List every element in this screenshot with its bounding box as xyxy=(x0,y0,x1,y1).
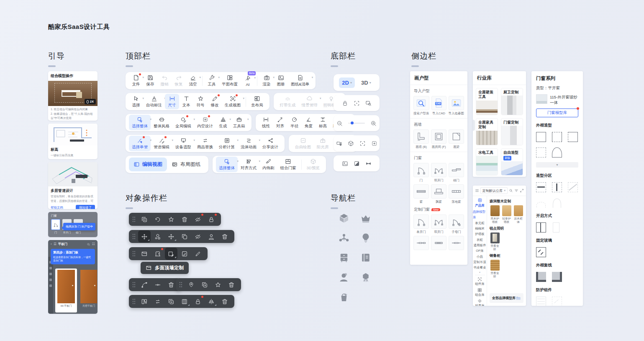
album-button[interactable]: 图册 xyxy=(274,73,288,88)
custom-single-door-item[interactable]: 单开门 xyxy=(413,214,429,234)
curve-icon[interactable] xyxy=(138,279,151,291)
catalog-category[interactable]: 榻榻米 xyxy=(475,226,485,231)
door-window-card[interactable]: 门窗定制 xyxy=(501,118,523,145)
window-item[interactable]: 窗 xyxy=(413,184,429,204)
plumbing-card[interactable]: 水电工具 xyxy=(476,148,498,176)
brand-model-item[interactable]: 原木柜体 xyxy=(513,205,523,224)
catalog-category[interactable]: 品牌模型库 xyxy=(473,209,487,220)
snapshot-icon[interactable] xyxy=(342,160,348,167)
focus-icon[interactable] xyxy=(354,100,360,106)
edit-area-icon[interactable] xyxy=(178,248,191,260)
panel-swap-icon[interactable] xyxy=(138,295,151,307)
auto-dimension-button[interactable]: 自动标注 xyxy=(143,94,165,109)
segment-icon[interactable] xyxy=(151,279,164,291)
catalog-category[interactable]: 通用板件 xyxy=(474,243,486,248)
duplicate-icon[interactable] xyxy=(138,213,151,225)
mode-3d-button[interactable]: 3D xyxy=(358,78,374,88)
zoom-in-icon[interactable] xyxy=(370,120,377,127)
hamburger-icon[interactable] xyxy=(475,189,479,193)
delete-icon[interactable] xyxy=(178,213,191,225)
trim-right[interactable] xyxy=(552,272,562,282)
import-trace-item[interactable]: 导入临摹图 xyxy=(449,96,464,115)
floorplan-button[interactable]: 平面布置 xyxy=(219,73,241,88)
combo-lib-item[interactable]: 组合库 xyxy=(475,287,485,298)
whole-style-button[interactable]: 整体风格 xyxy=(151,115,172,130)
door-panel-item[interactable]: 00-平板门 xyxy=(55,269,77,313)
expand-more-button[interactable]: ▼ xyxy=(536,162,578,168)
global-edit-button[interactable]: 全局编辑 xyxy=(172,115,194,130)
hide-icon[interactable] xyxy=(192,230,204,243)
inspiration-nav-icon[interactable] xyxy=(359,231,372,245)
son-mother-door-item[interactable]: 子母门 xyxy=(449,214,464,234)
dimension-button[interactable]: 尺寸 xyxy=(165,94,179,109)
kitchen-bath-card[interactable]: 厨卫定制 xyxy=(501,88,523,115)
furniture-nav-icon[interactable] xyxy=(337,251,351,264)
file-button[interactable]: 文件 xyxy=(129,73,143,88)
preview-3d-button[interactable]: 3D预览 xyxy=(304,157,323,172)
zone-vertical[interactable] xyxy=(552,182,562,192)
delete-icon[interactable] xyxy=(218,295,231,307)
lock-icon[interactable] xyxy=(205,213,218,225)
catalog-category[interactable]: OP库 xyxy=(476,248,483,253)
got-it-button[interactable]: 我知道了 xyxy=(76,205,95,209)
hide-icon[interactable] xyxy=(192,213,204,225)
drag-handle-icon[interactable] xyxy=(132,233,136,240)
bay-window-item[interactable]: 飘窗 xyxy=(431,184,446,204)
linear-dim-button[interactable]: 线性 xyxy=(259,115,273,130)
import-cad-item[interactable]: 导入CAD xyxy=(431,96,446,115)
custom-window-item[interactable] xyxy=(449,236,464,255)
back-icon[interactable]: ‹ xyxy=(51,243,52,246)
elevation-dim-button[interactable]: 标高 xyxy=(316,115,330,130)
guard-grille[interactable] xyxy=(536,297,546,306)
orbit-view-icon[interactable] xyxy=(348,140,354,147)
components-icon[interactable] xyxy=(151,230,164,243)
zoom-slider[interactable] xyxy=(348,123,365,124)
text-button[interactable]: 文本 xyxy=(179,94,193,109)
duplicate-icon[interactable] xyxy=(165,295,177,307)
zone-arc[interactable] xyxy=(536,198,546,208)
scene-manage-button[interactable]: 情景管理 xyxy=(299,94,321,109)
guard-mesh[interactable] xyxy=(552,297,562,306)
clear-button[interactable]: 清空 xyxy=(186,73,200,88)
frame-shape-solid[interactable] xyxy=(536,132,546,142)
radius-dim-button[interactable]: 半径 xyxy=(287,115,302,130)
redo-button[interactable]: 恢复 xyxy=(172,73,186,88)
frame-shape-arch[interactable] xyxy=(552,147,562,158)
search-floorplan-item[interactable]: 搜索户型库 xyxy=(413,96,429,115)
product-lib-tab[interactable]: 产品库 xyxy=(475,198,485,209)
custom-window-item[interactable] xyxy=(431,236,446,255)
catalog-category[interactable]: 衣柜 xyxy=(477,237,483,243)
exchange-icon[interactable] xyxy=(151,295,164,307)
chevron-down-icon[interactable]: ▾ xyxy=(479,271,480,274)
mini-door-card[interactable] xyxy=(51,219,60,230)
undo-button[interactable]: 撤销 xyxy=(157,73,172,88)
lock-view-icon[interactable] xyxy=(342,100,348,106)
wall-custom-icon[interactable] xyxy=(165,248,177,260)
frame-shape-dash-left[interactable] xyxy=(568,132,578,142)
interior-brush-button[interactable]: 内饰刷 xyxy=(259,157,277,172)
catalog-category[interactable]: 定制吊顶 xyxy=(474,259,486,265)
free-draw-button[interactable]: 自由绘图 xyxy=(292,136,314,151)
catalog-category[interactable]: 小品 xyxy=(477,254,483,259)
drag-handle-icon[interactable] xyxy=(132,216,136,222)
help-doc-link[interactable]: 帮助文档 xyxy=(51,206,63,209)
double-door-item[interactable]: 双开门 xyxy=(431,163,446,182)
contrast-icon[interactable] xyxy=(354,160,360,167)
locate-icon[interactable] xyxy=(185,279,198,291)
delete-icon[interactable] xyxy=(225,279,238,291)
analysis-button[interactable]: 分析计算 xyxy=(216,136,238,151)
zoom-out-icon[interactable] xyxy=(336,120,343,127)
search-icon[interactable] xyxy=(87,243,90,246)
delete-icon[interactable] xyxy=(218,230,231,243)
custom-window-item[interactable] xyxy=(413,236,429,255)
section-icon[interactable] xyxy=(365,160,372,167)
edit-view-button[interactable]: 编辑视图 xyxy=(129,158,167,171)
favorite-icon[interactable] xyxy=(212,279,224,291)
window-combo-button[interactable]: 组合门窗 xyxy=(277,157,299,172)
select-whole-button[interactable]: 选择整体 xyxy=(216,157,238,172)
drawing-list-button[interactable]: 图纸&清单 xyxy=(288,73,312,88)
select-pipe-button[interactable]: 选择单管 xyxy=(129,136,151,151)
ai-button[interactable]: Beta AI xyxy=(241,73,255,88)
floor-window-item[interactable]: 落地窗 xyxy=(449,184,464,204)
symbol-button[interactable]: 符号 xyxy=(193,94,208,109)
